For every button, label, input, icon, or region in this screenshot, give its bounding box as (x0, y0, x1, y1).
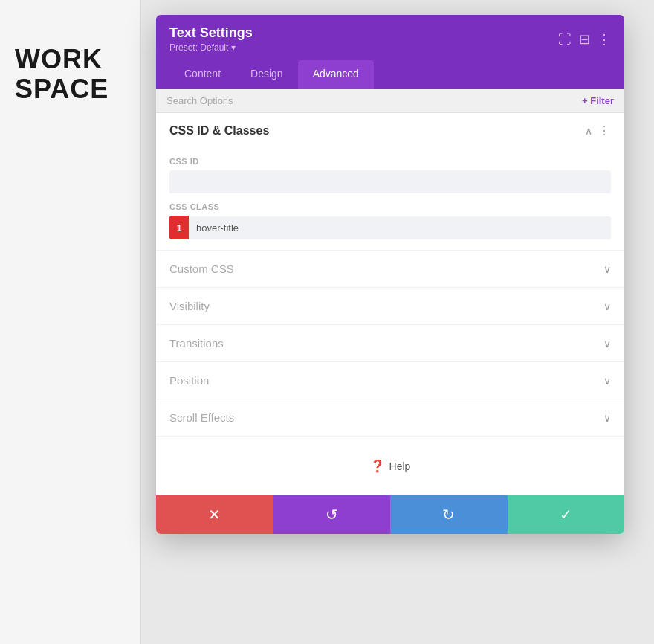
cancel-button[interactable]: ✕ (156, 495, 273, 534)
tab-content[interactable]: Content (169, 60, 236, 89)
save-button[interactable]: ✓ (508, 495, 625, 534)
undo-button[interactable]: ↺ (273, 495, 391, 534)
modal-header-icons: ⛶ ⊟ ⋮ (558, 33, 611, 46)
help-icon: ❓ (370, 459, 385, 473)
undo-icon: ↺ (326, 506, 338, 524)
css-class-badge: 1 (169, 216, 189, 239)
transitions-chevron-icon: ∨ (603, 338, 611, 350)
modal-preset[interactable]: Preset: Default ▾ (169, 42, 253, 53)
css-fields: CSS ID CSS Class 1 (156, 157, 624, 250)
workspace-bg: WORK SPACE (0, 0, 141, 644)
modal-content: CSS ID & Classes ∧ ⋮ CSS ID CSS Class 1 … (156, 113, 624, 495)
redo-icon: ↻ (442, 506, 455, 524)
css-id-classes-header[interactable]: CSS ID & Classes ∧ ⋮ (156, 113, 624, 148)
css-id-label: CSS ID (169, 157, 611, 166)
search-bar: Search Options + Filter (156, 89, 624, 113)
custom-css-title: Custom CSS (169, 263, 234, 275)
position-title: Position (169, 374, 209, 387)
section-more-icon[interactable]: ⋮ (598, 123, 611, 138)
css-id-classes-title: CSS ID & Classes (169, 124, 269, 138)
more-options-icon[interactable]: ⋮ (598, 33, 611, 46)
css-class-row: 1 (169, 216, 611, 239)
tab-advanced[interactable]: Advanced (298, 60, 374, 89)
scroll-effects-chevron-icon: ∨ (603, 412, 611, 424)
modal-tabs: Content Design Advanced (169, 60, 611, 89)
modal: Text Settings Preset: Default ▾ ⛶ ⊟ ⋮ Co… (156, 15, 624, 534)
modal-title-group: Text Settings Preset: Default ▾ (169, 25, 253, 53)
position-section[interactable]: Position ∨ (156, 362, 624, 399)
css-class-label: CSS Class (169, 202, 611, 211)
fullscreen-icon[interactable]: ⛶ (558, 33, 572, 46)
save-icon: ✓ (560, 506, 572, 524)
css-id-input[interactable] (169, 170, 611, 193)
css-id-classes-section: CSS ID & Classes ∧ ⋮ CSS ID CSS Class 1 (156, 113, 624, 251)
redo-button[interactable]: ↻ (390, 495, 508, 534)
help-label: Help (389, 460, 411, 472)
position-chevron-icon: ∨ (603, 375, 611, 387)
workspace-logo: WORK SPACE (15, 45, 109, 103)
css-class-input[interactable] (189, 216, 611, 239)
transitions-title: Transitions (169, 337, 224, 350)
modal-title: Text Settings (169, 25, 253, 41)
cancel-icon: ✕ (208, 506, 221, 524)
visibility-section[interactable]: Visibility ∨ (156, 288, 624, 325)
filter-button[interactable]: + Filter (582, 95, 614, 106)
custom-css-section[interactable]: Custom CSS ∨ (156, 251, 624, 288)
scroll-effects-title: Scroll Effects (169, 411, 234, 424)
help-section[interactable]: ❓ Help (156, 437, 624, 495)
search-placeholder[interactable]: Search Options (166, 95, 233, 106)
modal-footer: ✕ ↺ ↻ ✓ (156, 495, 624, 534)
transitions-section[interactable]: Transitions ∨ (156, 325, 624, 362)
chevron-up-icon[interactable]: ∧ (585, 125, 592, 137)
custom-css-chevron-icon: ∨ (603, 263, 611, 275)
columns-icon[interactable]: ⊟ (579, 33, 590, 46)
modal-header: Text Settings Preset: Default ▾ ⛶ ⊟ ⋮ Co… (156, 15, 624, 89)
scroll-effects-section[interactable]: Scroll Effects ∨ (156, 399, 624, 437)
tab-design[interactable]: Design (236, 60, 298, 89)
visibility-title: Visibility (169, 300, 210, 312)
modal-header-top: Text Settings Preset: Default ▾ ⛶ ⊟ ⋮ (169, 25, 611, 53)
visibility-chevron-icon: ∨ (603, 300, 611, 312)
section-controls: ∧ ⋮ (585, 123, 611, 138)
